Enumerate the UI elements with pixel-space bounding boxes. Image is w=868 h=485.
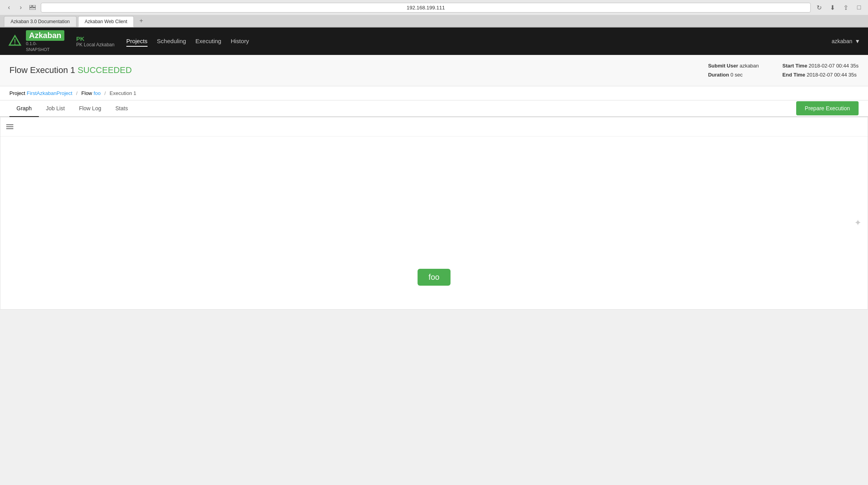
tab-flow-log[interactable]: Flow Log — [72, 100, 108, 117]
graph-list-button[interactable] — [4, 121, 15, 132]
svg-rect-2 — [29, 8, 36, 10]
svg-rect-0 — [29, 5, 32, 7]
user-name: azkaban — [832, 38, 852, 44]
content-tabs: Graph Job List Flow Log Stats Prepare Ex… — [0, 100, 868, 117]
user-dropdown-icon: ▼ — [855, 38, 860, 44]
graph-node-foo[interactable]: foo — [418, 269, 450, 286]
svg-point-5 — [15, 44, 16, 45]
nav-links: Projects Scheduling Executing History — [126, 36, 832, 47]
azkaban-logo-icon — [8, 34, 22, 48]
browser-tabs-bar: Azkaban 3.0 Documentation Azkaban Web Cl… — [0, 15, 868, 27]
browser-chrome: ‹ › 192.168.199.111 ↻ ⬇ ⇪ □ Azkaban 3.0 … — [0, 0, 868, 27]
prepare-execution-button[interactable]: Prepare Execution — [796, 101, 859, 115]
start-time-label: Start Time — [782, 63, 807, 69]
breadcrumb-flow-label: Flow — [81, 90, 92, 96]
user-menu[interactable]: azkaban ▼ — [832, 38, 860, 44]
pk-sub: PK Local Azkaban — [76, 42, 114, 47]
graph-canvas: foo ✦ — [0, 137, 868, 309]
download-button[interactable]: ⬇ — [827, 2, 837, 13]
url-bar[interactable]: 192.168.199.111 — [41, 3, 811, 13]
browser-toolbar: ‹ › 192.168.199.111 ↻ ⬇ ⇪ □ — [0, 0, 868, 15]
meta-col-right: Start Time 2018-02-07 00:44 35s End Time… — [782, 61, 859, 80]
submit-user-row: Submit User azkaban — [708, 61, 759, 70]
page-header: Flow Execution 1 SUCCEEDED Submit User a… — [0, 55, 868, 86]
reload-button[interactable]: ↻ — [814, 2, 824, 13]
breadcrumb-sep1: / — [76, 90, 78, 96]
new-tab-button[interactable]: + — [135, 15, 147, 27]
tab-graph[interactable]: Graph — [9, 100, 39, 117]
tab-job-list[interactable]: Job List — [39, 100, 72, 117]
top-nav: Azkaban 0.1.0-SNAPSHOT PK PK Local Azkab… — [0, 27, 868, 55]
page-title-area: Flow Execution 1 SUCCEEDED — [9, 65, 132, 75]
page-status-badge: SUCCEEDED — [78, 65, 132, 75]
meta-col-left: Submit User azkaban Duration 0 sec — [708, 61, 759, 80]
duration-row: Duration 0 sec — [708, 70, 759, 79]
nav-executing[interactable]: Executing — [195, 36, 221, 47]
start-time-row: Start Time 2018-02-07 00:44 35s — [782, 61, 859, 70]
nav-history[interactable]: History — [231, 36, 249, 47]
graph-toolbar — [0, 117, 868, 137]
logo-area: Azkaban 0.1.0-SNAPSHOT — [8, 30, 64, 52]
logo-text: Azkaban — [26, 30, 64, 41]
breadcrumb-sep2: / — [104, 90, 106, 96]
graph-spinner-icon: ✦ — [854, 218, 861, 228]
fullscreen-button[interactable]: □ — [854, 2, 864, 13]
duration-label: Duration — [708, 72, 729, 78]
end-time-row: End Time 2018-02-07 00:44 35s — [782, 70, 859, 79]
back-button[interactable]: ‹ — [4, 2, 14, 13]
forward-button[interactable]: › — [16, 2, 26, 13]
start-time-value: 2018-02-07 00:44 35s — [809, 63, 859, 69]
browser-tab-client[interactable]: Azkaban Web Client — [78, 16, 134, 27]
pk-area: PK PK Local Azkaban — [76, 35, 114, 47]
breadcrumb: Project FirstAzkabanProject / Flow foo /… — [0, 86, 868, 100]
tab-stats[interactable]: Stats — [108, 100, 135, 117]
breadcrumb-flow-link[interactable]: foo — [93, 90, 100, 96]
page-title: Flow Execution 1 SUCCEEDED — [9, 65, 132, 75]
meta-info: Submit User azkaban Duration 0 sec Start… — [708, 61, 859, 80]
nav-projects[interactable]: Projects — [126, 36, 148, 47]
end-time-value: 2018-02-07 00:44 35s — [807, 72, 857, 78]
breadcrumb-execution: Execution 1 — [109, 90, 136, 96]
pk-label: PK — [76, 35, 114, 42]
breadcrumb-project-label: Project — [9, 90, 25, 96]
browser-tab-docs[interactable]: Azkaban 3.0 Documentation — [4, 16, 77, 27]
browser-actions: ⬇ ⇪ □ — [827, 2, 864, 13]
end-time-label: End Time — [782, 72, 805, 78]
breadcrumb-project-link[interactable]: FirstAzkabanProject — [27, 90, 72, 96]
submit-user-label: Submit User — [708, 63, 738, 69]
share-button[interactable]: ⇪ — [841, 2, 851, 13]
nav-scheduling[interactable]: Scheduling — [157, 36, 186, 47]
graph-area: foo ✦ — [0, 117, 868, 310]
logo-version: 0.1.0-SNAPSHOT — [26, 41, 64, 52]
page-title-prefix: Flow Execution 1 — [9, 65, 75, 75]
svg-rect-1 — [33, 5, 36, 7]
duration-value: 0 sec — [731, 72, 743, 78]
nav-buttons: ‹ › — [4, 2, 38, 13]
submit-user-value: azkaban — [740, 63, 759, 69]
azkaban-app: Azkaban 0.1.0-SNAPSHOT PK PK Local Azkab… — [0, 27, 868, 310]
tab-overview-button[interactable] — [27, 2, 38, 13]
